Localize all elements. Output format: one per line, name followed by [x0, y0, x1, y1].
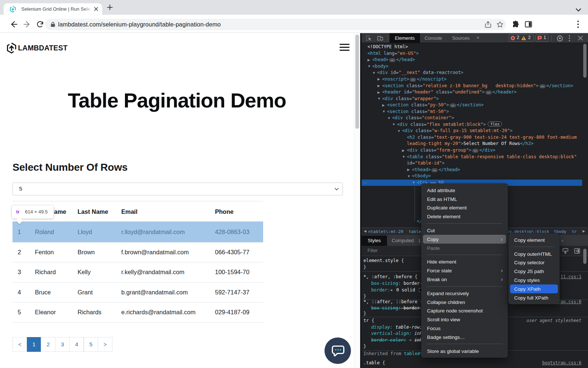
element-state-brush-icon[interactable] — [562, 248, 569, 254]
submenu-item-copy-element[interactable]: Copy element — [510, 236, 558, 244]
inspect-element-icon[interactable] — [366, 35, 372, 41]
share-icon[interactable] — [485, 21, 491, 28]
dom-tree-line[interactable]: <section class="relative z-10 banner_bg … — [382, 83, 573, 89]
dom-expand-arrow-icon[interactable]: ▶ — [402, 149, 405, 152]
styles-scrollbar-thumb[interactable] — [583, 249, 587, 264]
context-menu-item-expand-recursively[interactable]: Expand recursively — [423, 289, 506, 298]
context-menu-item-focus[interactable]: Focus — [423, 324, 506, 333]
lock-icon[interactable] — [50, 22, 55, 27]
styles-rule-line[interactable]: element.style { — [363, 258, 404, 263]
context-menu-item-badge-settings[interactable]: Badge settings… — [423, 333, 506, 342]
dom-tree-line[interactable]: <tbody> — [412, 173, 431, 180]
dom-tree-line[interactable]: id="table-id"> — [407, 160, 445, 167]
devtools-settings-gear-icon[interactable] — [556, 35, 563, 42]
dom-tree-line[interactable]: <h2 class="text-gray-900 text-size-24 te… — [407, 134, 577, 141]
devtools-close-icon[interactable] — [578, 35, 583, 41]
dom-tree-line[interactable]: <html lang="en-US"> — [368, 50, 419, 57]
dom-tree-line[interactable]: <section class="mt-50"> — [387, 109, 449, 115]
context-menu-item-force-state[interactable]: Force state› — [423, 266, 506, 275]
side-panel-icon[interactable] — [525, 21, 532, 28]
dom-collapse-arrow-icon[interactable]: ▼ — [377, 97, 381, 100]
dom-tree-line[interactable]: leading-tight my-20">Select Number Of Ro… — [407, 141, 534, 147]
pagination-page-2[interactable]: 2 — [41, 337, 55, 352]
submenu-item-copy-outerhtml[interactable]: Copy outerHTML — [510, 250, 558, 258]
dom-ellipsis-pill[interactable]: … — [472, 149, 478, 153]
dom-ellipsis-pill[interactable]: … — [410, 78, 416, 82]
breadcrumb-item[interactable]: ntablet\:mt-20 — [368, 229, 403, 234]
forward-icon[interactable] — [23, 20, 31, 28]
dom-tree-line[interactable]: <div class="form-group">…</div> — [407, 147, 495, 154]
context-menu-item-collapse-children[interactable]: Collapse children — [423, 298, 506, 307]
dom-collapse-arrow-icon[interactable]: ▼ — [387, 116, 391, 120]
shorthand-expand-icon[interactable]: ▶ — [391, 288, 392, 292]
breadcrumb-back-icon[interactable]: ◀ — [364, 229, 366, 233]
pagination-page-3[interactable]: 3 — [55, 337, 70, 352]
extensions-puzzle-icon[interactable] — [512, 21, 519, 28]
styles-rule-line[interactable]: } — [363, 265, 366, 270]
styles-filter-input[interactable]: Filter — [368, 248, 378, 253]
dom-collapse-arrow-icon[interactable]: ▼ — [397, 129, 401, 133]
stylesheet-source-link[interactable]: bootstrap.css:6 — [542, 360, 581, 365]
styles-rule-line[interactable]: } — [363, 344, 366, 349]
dom-tree-line[interactable]: <!DOCTYPE html> — [368, 44, 408, 50]
device-toolbar-icon[interactable] — [377, 35, 383, 41]
dom-scrollbar-thumb[interactable] — [583, 44, 587, 78]
context-menu-item-break-on[interactable]: Break on› — [423, 275, 506, 284]
pagination-prev[interactable]: < — [12, 337, 27, 352]
devtools-tab-sources[interactable]: Sources — [449, 33, 473, 43]
dom-row-ellipsis-gutter[interactable]: … — [363, 179, 368, 184]
bookmark-star-icon[interactable] — [496, 21, 503, 28]
dom-tree-line[interactable]: <div id="__next" data-reactroot> — [377, 70, 463, 76]
flex-badge[interactable]: flex — [488, 121, 502, 127]
submenu-item-copy-styles[interactable]: Copy styles — [510, 276, 558, 284]
styles-sidebar-panel-icon[interactable] — [574, 248, 580, 254]
breadcrumb-fwd-icon[interactable]: ▶ — [582, 229, 585, 233]
dom-collapse-arrow-icon[interactable]: ▼ — [412, 181, 415, 184]
tab-search-icon[interactable] — [576, 8, 581, 12]
context-menu-item-cut[interactable]: Cut — [423, 226, 506, 235]
chat-widget-button[interactable] — [325, 337, 351, 364]
context-menu-item-duplicate-element[interactable]: Duplicate element — [423, 204, 506, 212]
styles-rule-line[interactable]: *, ::after, ::before { — [363, 299, 423, 304]
dom-ellipsis-pill[interactable]: … — [450, 103, 456, 107]
styles-rule-line[interactable]: } — [363, 311, 366, 316]
dom-tree-line[interactable]: <noscript>…</noscript> — [382, 76, 447, 83]
dom-ellipsis-pill[interactable]: … — [539, 84, 546, 88]
dom-collapse-arrow-icon[interactable]: ▼ — [407, 174, 410, 178]
url-bar[interactable]: lambdatest.com/selenium-playground/table… — [45, 19, 506, 30]
pagination-page-1[interactable]: 1 — [27, 337, 42, 352]
dom-expand-arrow-icon[interactable]: ▶ — [382, 103, 385, 107]
dom-ellipsis-pill[interactable]: … — [431, 168, 438, 172]
dom-tree-line[interactable]: <section class="py-50">…</section> — [387, 102, 484, 109]
breadcrumb-item[interactable]: tr — [572, 229, 577, 234]
styles-rule-line[interactable]: } — [363, 294, 366, 299]
styles-rule-line[interactable]: tr { — [363, 318, 374, 323]
dom-tree-line[interactable]: <thead>…</thead> — [412, 167, 460, 173]
hamburger-menu-icon[interactable] — [340, 44, 349, 51]
context-menu-item-edit-as-html[interactable]: Edit as HTML — [423, 195, 506, 204]
lambdatest-logo-text[interactable]: LAMBDATEST — [18, 44, 68, 52]
styles-rule-line[interactable]: display: table-row; — [371, 325, 422, 330]
dom-collapse-arrow-icon[interactable]: ▼ — [368, 64, 371, 68]
styles-tabs-overflow-icon[interactable]: › — [562, 238, 563, 243]
dom-collapse-arrow-icon[interactable]: ▼ — [392, 123, 395, 126]
dom-collapse-arrow-icon[interactable]: ▼ — [382, 110, 386, 113]
pagination-page-5[interactable]: 5 — [84, 337, 98, 352]
console-errors-warnings-badge[interactable]: 2 2 — [509, 34, 534, 42]
tab-close-icon[interactable] — [94, 7, 98, 11]
context-menu-item-store-as-global-variable[interactable]: Store as global variable — [423, 347, 506, 355]
submenu-item-copy-js-path[interactable]: Copy JS path — [510, 267, 558, 276]
styles-rule-line[interactable]: *, :after, :before { — [363, 274, 417, 279]
dom-expand-arrow-icon[interactable]: ▶ — [377, 77, 380, 81]
styles-tab-styles[interactable]: Styles — [362, 236, 387, 246]
reload-icon[interactable] — [36, 20, 44, 28]
dom-tree-line[interactable]: <div class="container"> — [392, 115, 454, 121]
dom-tree-line[interactable]: <head>…</head> — [372, 57, 415, 63]
page-scrollbar[interactable] — [354, 33, 360, 368]
pagination-page-4[interactable]: 4 — [69, 337, 84, 352]
new-tab-button[interactable] — [107, 4, 113, 10]
issues-badge[interactable]: 1 — [535, 34, 548, 42]
dom-tree-line[interactable]: <div class="wrapper"> — [382, 96, 439, 102]
back-icon[interactable] — [10, 20, 18, 28]
dom-tree-line[interactable]: <header id="header" class="undefined">…<… — [382, 89, 517, 96]
